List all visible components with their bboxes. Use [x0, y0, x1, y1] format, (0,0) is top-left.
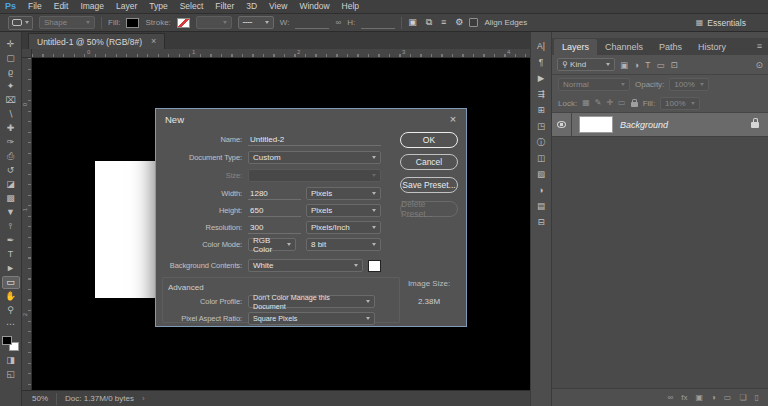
lock-image-pixels-icon[interactable]: ✎ — [595, 98, 602, 108]
info-panel-icon[interactable]: ⓘ — [537, 138, 546, 147]
ok-button[interactable]: OK — [400, 132, 458, 148]
menu-image[interactable]: Image — [80, 0, 104, 13]
width-input[interactable]: 1280 — [248, 188, 301, 200]
tab-close-icon[interactable]: × — [151, 37, 156, 46]
healing-brush-tool[interactable]: ✚ — [3, 123, 19, 134]
filter-shape-layers-icon[interactable]: ▭ — [656, 60, 664, 70]
layer-mask-icon[interactable]: ▣ — [695, 393, 703, 403]
resolution-unit-dropdown[interactable]: Pixels/Inch — [306, 221, 381, 234]
background-contents-dropdown[interactable]: White — [248, 259, 363, 272]
eyedropper-tool[interactable]: ∖ — [3, 109, 19, 120]
styles-panel-icon[interactable]: ▤ — [537, 202, 545, 211]
3d-panel-icon[interactable]: ◳ — [537, 122, 545, 131]
screen-mode-button[interactable]: ◱ — [3, 369, 19, 380]
paragraph-panel-icon[interactable]: ¶ — [539, 58, 544, 67]
new-layer-icon[interactable]: ❏ — [739, 393, 746, 403]
document-type-dropdown[interactable]: Custom — [248, 151, 381, 164]
eraser-tool[interactable]: ◪ — [3, 179, 19, 190]
opacity-dropdown[interactable]: 100% — [669, 78, 709, 91]
width-unit-dropdown[interactable]: Pixels — [306, 187, 381, 200]
document-tab[interactable]: Untitled-1 @ 50% (RGB/8#) × — [28, 33, 165, 49]
lock-position-icon[interactable]: ✛ — [606, 98, 613, 108]
menu-help[interactable]: Help — [342, 0, 359, 13]
dodge-tool[interactable]: ⫯ — [3, 221, 19, 232]
adjustment-layer-icon[interactable]: ◑ — [711, 393, 716, 403]
panel-tab-history[interactable]: History — [690, 39, 734, 55]
device-preview-panel-icon[interactable]: ◫ — [537, 154, 545, 163]
tool-presets-panel-icon[interactable]: ⇶ — [537, 90, 544, 99]
align-edges-checkbox[interactable] — [469, 18, 478, 27]
path-selection-tool[interactable]: ► — [3, 263, 19, 274]
blend-mode-dropdown[interactable]: Normal — [558, 78, 630, 91]
path-operations-icon[interactable]: ▣ — [408, 16, 417, 29]
libraries-panel-icon[interactable]: ⊟ — [537, 218, 544, 227]
layer-visibility-cell[interactable] — [552, 113, 572, 136]
color-profile-dropdown[interactable]: Don't Color Manage this Document — [248, 295, 375, 308]
filter-pin-icon[interactable]: ⊙ — [755, 60, 763, 70]
layer-thumbnail[interactable] — [579, 116, 613, 133]
quick-mask-button[interactable]: ◨ — [3, 355, 19, 366]
dialog-title-bar[interactable]: New × — [156, 109, 466, 129]
gradient-tool[interactable]: ▩ — [3, 193, 19, 204]
zoom-level-field[interactable]: 50% — [32, 394, 48, 403]
path-alignment-icon[interactable]: ⧉ — [426, 16, 432, 29]
ruler-origin-corner[interactable] — [22, 49, 32, 58]
type-tool[interactable]: T — [3, 249, 19, 260]
lock-all-icon[interactable] — [631, 102, 638, 107]
lock-transparent-pixels-icon[interactable]: ▦ — [582, 98, 590, 108]
menu-view[interactable]: View — [269, 0, 287, 13]
layer-row-background[interactable]: Background — [552, 113, 768, 137]
pixel-aspect-dropdown[interactable]: Square Pixels — [248, 312, 375, 325]
path-arrange-icon[interactable]: ≡ — [441, 16, 446, 29]
panel-tab-layers[interactable]: Layers — [554, 39, 597, 55]
save-preset-button[interactable]: Save Preset... — [400, 177, 458, 193]
move-tool[interactable]: ✛ — [3, 39, 19, 50]
resolution-input[interactable]: 300 — [248, 222, 301, 234]
adjustments-panel-icon[interactable]: ◑ — [538, 186, 543, 195]
actions-panel-icon[interactable]: ▶ — [538, 74, 545, 83]
dialog-close-icon[interactable]: × — [440, 109, 466, 129]
height-input[interactable]: 650 — [248, 205, 301, 217]
stroke-color-swatch[interactable] — [177, 18, 190, 28]
name-input[interactable]: Untitled-2 — [248, 134, 381, 146]
clone-stamp-tool[interactable]: ⎙ — [3, 151, 19, 162]
fill-color-swatch[interactable] — [126, 18, 139, 28]
quick-selection-tool[interactable]: ✦ — [3, 81, 19, 92]
background-color-swatch-dialog[interactable] — [368, 260, 381, 272]
fill-opacity-dropdown[interactable]: 100% — [660, 97, 700, 110]
menu-filter[interactable]: Filter — [215, 0, 234, 13]
brush-tool[interactable]: ✑ — [3, 137, 19, 148]
bit-depth-dropdown[interactable]: 8 bit — [306, 238, 381, 251]
stroke-width-dropdown[interactable] — [196, 16, 232, 29]
delete-layer-icon[interactable]: ▯ — [755, 393, 759, 403]
shape-settings-gear-icon[interactable]: ⚙ — [455, 16, 463, 29]
link-layers-icon[interactable]: ∞ — [668, 393, 674, 403]
panel-tab-channels[interactable]: Channels — [597, 39, 651, 55]
menu-window[interactable]: Window — [299, 0, 329, 13]
lasso-tool[interactable]: ϱ — [3, 67, 19, 78]
menu-layer[interactable]: Layer — [116, 0, 137, 13]
cancel-button[interactable]: Cancel — [400, 154, 458, 170]
lock-artboard-icon[interactable]: ▭ — [618, 98, 626, 108]
filter-smart-objects-icon[interactable]: ⊡ — [670, 60, 677, 70]
navigator-panel-icon[interactable]: ▧ — [537, 170, 545, 179]
crop-tool[interactable]: ⌧ — [3, 95, 19, 106]
filter-kind-dropdown[interactable]: ⚲ Kind — [557, 58, 615, 71]
shape-height-input[interactable] — [361, 17, 395, 29]
stroke-type-dropdown[interactable]: ╌╌ — [238, 16, 274, 29]
height-unit-dropdown[interactable]: Pixels — [306, 204, 381, 217]
panel-tab-paths[interactable]: Paths — [651, 39, 690, 55]
filter-adjustment-layers-icon[interactable]: ◑ — [634, 60, 639, 70]
panel-menu-icon[interactable]: ≡ — [757, 42, 762, 51]
character-panel-icon[interactable]: A| — [537, 42, 545, 51]
filter-type-layers-icon[interactable]: T — [645, 60, 650, 70]
marquee-tool[interactable]: ▢ — [3, 53, 19, 64]
tool-preset-dropdown[interactable] — [8, 16, 33, 30]
tool-mode-dropdown[interactable]: Shape — [39, 16, 95, 29]
menu-3d[interactable]: 3D — [246, 0, 257, 13]
toolbar-ellipsis-icon[interactable]: ⋯ — [3, 319, 19, 330]
layer-effects-icon[interactable]: fx — [681, 393, 687, 403]
menu-select[interactable]: Select — [180, 0, 204, 13]
workspace-switcher[interactable]: ▦ Essentials — [696, 18, 760, 28]
zoom-tool[interactable]: ⚲ — [3, 305, 19, 316]
